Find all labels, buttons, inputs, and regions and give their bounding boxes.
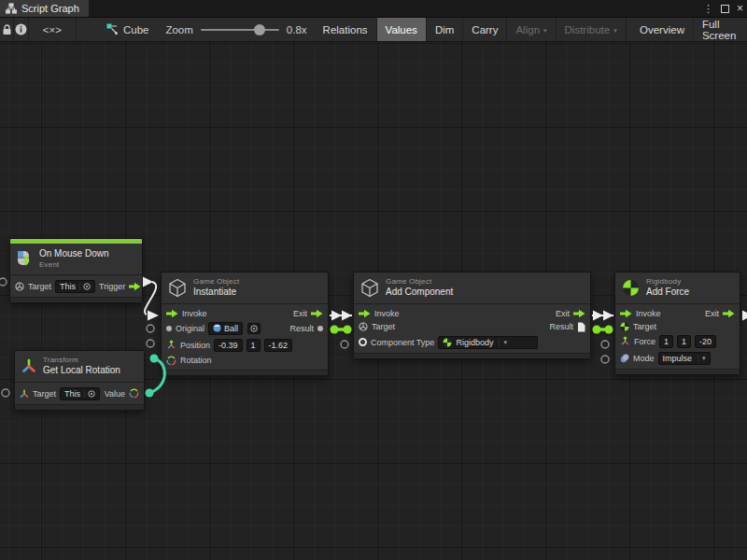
variables-button[interactable]: <×> (29, 18, 77, 41)
force-y-input[interactable]: 1 (677, 335, 691, 348)
overview-button[interactable]: Overview (631, 18, 694, 41)
node-instantiate[interactable]: Game Object Instantiate Invoke Exit Orig… (161, 272, 329, 376)
exit-port-label: Exit (293, 309, 307, 318)
target-value: This (60, 282, 76, 291)
cube-icon (360, 278, 379, 298)
force-z-input[interactable]: -20 (695, 335, 716, 348)
trigger-port-label: Trigger (99, 282, 125, 291)
zoom-slider[interactable] (201, 29, 279, 31)
zoom-slider-handle[interactable] (254, 24, 265, 35)
object-picker-icon[interactable] (84, 390, 95, 398)
node-on-mouse-down[interactable]: On Mouse Down Event Target This (9, 238, 143, 303)
port-circle[interactable] (147, 325, 154, 332)
invoke-port-label: Invoke (374, 309, 400, 318)
force-x: 1 (664, 337, 669, 346)
values-button[interactable]: Values (377, 18, 427, 41)
node-subtitle: Rigidbody (646, 277, 689, 287)
component-type-dropdown[interactable]: Rigidbody ▾ (438, 336, 538, 349)
full-screen-button[interactable]: Full Screen (694, 18, 747, 41)
position-x: -0.39 (218, 341, 238, 350)
align-label: Align (515, 24, 540, 35)
position-y-input[interactable]: 1 (247, 339, 261, 352)
overview-label: Overview (640, 24, 684, 35)
flow-arrow-icon[interactable] (723, 309, 735, 318)
graph-icon (6, 3, 17, 14)
align-button[interactable]: Align▾ (507, 18, 556, 41)
lock-button[interactable] (0, 18, 14, 41)
mode-dropdown[interactable]: Impulse ▾ (658, 352, 711, 365)
mode-value: Impulse (663, 354, 693, 363)
object-picker-icon[interactable] (79, 283, 91, 290)
relations-button[interactable]: Relations (315, 18, 377, 41)
script-graph-window: Script Graph ⋮ × <×> Cube (0, 0, 747, 560)
type-port[interactable] (359, 338, 367, 346)
position-z-input[interactable]: -1.62 (264, 339, 293, 352)
flow-arrow-icon[interactable] (129, 282, 141, 291)
port-circle[interactable] (2, 389, 9, 397)
rigidbody-icon (622, 279, 640, 297)
info-button[interactable] (14, 18, 28, 41)
original-value-chip[interactable]: Ball (208, 322, 243, 335)
transform-icon (21, 358, 36, 374)
port-circle[interactable] (0, 278, 7, 286)
node-add-component[interactable]: Game Object Add Component Invoke Exit Ta… (353, 272, 591, 359)
wire-exit-to-invoke[interactable] (592, 311, 613, 321)
node-title: On Mouse Down (39, 248, 108, 260)
wire-exit-partial[interactable] (742, 311, 747, 321)
close-icon[interactable]: × (737, 3, 743, 14)
node-title: Instantiate (193, 287, 239, 299)
rotation-icon (129, 388, 139, 399)
tab-script-graph[interactable]: Script Graph (0, 0, 89, 17)
object-port[interactable] (166, 326, 172, 331)
flow-arrow-icon[interactable] (573, 309, 585, 318)
target-port-label: Target (28, 282, 51, 291)
flow-arrow-icon[interactable] (359, 309, 371, 318)
graph-target[interactable]: Cube (97, 18, 159, 41)
toolbar: <×> Cube Zoom 0.8x Relations Values Dim … (0, 17, 747, 42)
target-port-label: Target (33, 389, 56, 399)
port-circle[interactable] (341, 341, 348, 348)
carry-button[interactable]: Carry (463, 18, 507, 41)
wire-result-to-target[interactable] (593, 326, 613, 334)
wire-exit-to-invoke[interactable] (330, 311, 352, 321)
position-y: 1 (251, 341, 256, 350)
port-circle[interactable] (147, 340, 154, 347)
wire-result-to-target[interactable] (331, 326, 352, 334)
flow-arrow-icon[interactable] (311, 309, 323, 318)
port-circle[interactable] (601, 341, 609, 348)
maximize-icon[interactable] (721, 5, 729, 13)
graph-target-icon (106, 23, 119, 35)
flow-arrow-icon[interactable] (166, 309, 178, 318)
target-value-chip[interactable]: This (55, 280, 95, 293)
object-port[interactable] (317, 326, 323, 331)
target-port-label: Target (633, 322, 656, 331)
position-x-input[interactable]: -0.39 (214, 339, 243, 352)
wire-trigger-to-invoke[interactable] (143, 277, 159, 321)
zoom-value: 0.8x (287, 24, 307, 35)
code-icon: <×> (43, 24, 62, 35)
node-add-force[interactable]: Rigidbody Add Force Invoke Exit Target (614, 272, 740, 375)
full-screen-label: Full Screen (702, 19, 739, 41)
port-circle[interactable] (601, 356, 609, 363)
node-title: Add Force (646, 287, 689, 299)
mouse-down-icon (17, 250, 33, 267)
window-menu-icon[interactable]: ⋮ (703, 3, 713, 15)
node-title: Add Component (386, 287, 453, 299)
distribute-button[interactable]: Distribute▾ (557, 18, 627, 41)
component-type-port-label: Component Type (371, 338, 434, 347)
exit-port-label: Exit (556, 309, 570, 318)
graph-canvas[interactable]: On Mouse Down Event Target This (0, 42, 747, 560)
node-get-local-rotation[interactable]: Transform Get Local Rotation Target This (14, 350, 145, 411)
toolbar-spacer (77, 18, 97, 41)
chevron-down-icon: ▾ (499, 339, 507, 346)
flow-arrow-icon[interactable] (620, 309, 632, 318)
force-x-input[interactable]: 1 (659, 335, 673, 348)
object-picker-icon[interactable] (247, 323, 261, 334)
carry-label: Carry (472, 24, 498, 35)
target-value-chip[interactable]: This (60, 387, 100, 400)
force-port-label: Force (634, 337, 655, 346)
mode-port-label: Mode (633, 354, 655, 363)
rigidbody-icon (443, 338, 452, 347)
node-footer (162, 370, 328, 375)
dim-button[interactable]: Dim (427, 18, 463, 41)
